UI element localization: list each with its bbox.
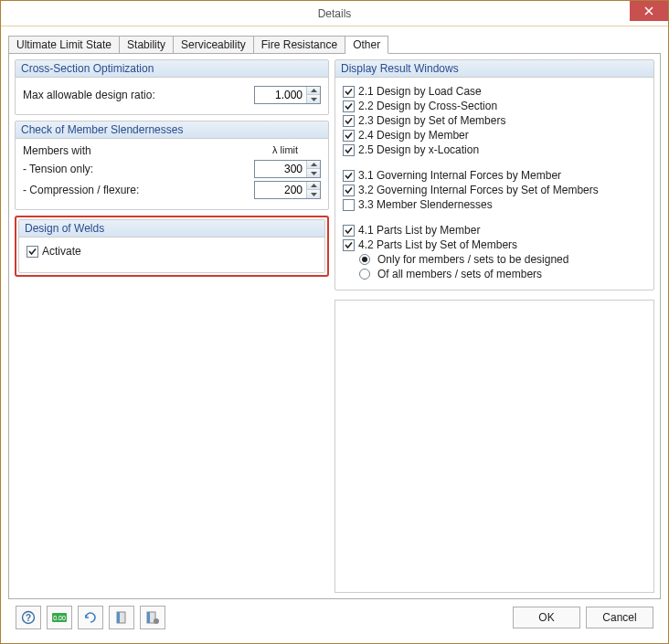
- radio-label: Only for members / sets to be designed: [377, 253, 568, 266]
- spin-up[interactable]: [307, 182, 320, 190]
- result-window-row: 4.1 Parts List by Member: [343, 224, 646, 237]
- result-window-label: 2.2 Design by Cross-Section: [358, 100, 497, 112]
- result-window-checkbox[interactable]: [343, 170, 355, 182]
- svg-text:0.00: 0.00: [53, 615, 66, 621]
- group-design-of-welds: Design of Welds Activate: [18, 219, 325, 273]
- group-cross-section-optimization: Cross-Section Optimization Max allowable…: [15, 59, 329, 115]
- result-window-row: 2.5 Design by x-Location: [343, 143, 646, 156]
- group-title: Check of Member Slendernesses: [16, 121, 328, 139]
- left-column: Cross-Section Optimization Max allowable…: [15, 59, 329, 593]
- result-window-label: 4.2 Parts List by Set of Members: [358, 238, 517, 251]
- max-ratio-spinner[interactable]: [254, 86, 321, 104]
- reset-button[interactable]: [78, 606, 103, 629]
- group-title: Design of Welds: [19, 220, 324, 238]
- result-window-row: 3.1 Governing Internal Forces by Member: [343, 169, 646, 182]
- highlight-design-of-welds: Design of Welds Activate: [15, 216, 329, 277]
- result-window-checkbox[interactable]: [343, 239, 355, 251]
- spin-down[interactable]: [307, 169, 320, 177]
- group-member-slenderness: Check of Member Slendernesses Members wi…: [15, 121, 329, 210]
- svg-rect-5: [117, 612, 120, 623]
- group-title: Display Result Windows: [335, 60, 653, 78]
- members-with-label: Members with: [23, 144, 250, 157]
- close-icon: [644, 6, 653, 16]
- compression-label: - Compression / flexure:: [23, 184, 254, 196]
- book-gear-icon: [145, 610, 160, 625]
- tab-serviceability[interactable]: Serviceability: [174, 36, 254, 54]
- window-title: Details: [318, 7, 352, 20]
- svg-text:?: ?: [26, 613, 31, 623]
- help-button[interactable]: ?: [16, 606, 41, 629]
- result-window-row: 3.3 Member Slendernesses: [343, 198, 646, 211]
- tab-other[interactable]: Other: [345, 36, 388, 54]
- result-window-label: 4.1 Parts List by Member: [358, 224, 480, 237]
- result-window-checkbox[interactable]: [343, 225, 355, 237]
- result-window-row: 2.2 Design by Cross-Section: [343, 100, 646, 112]
- activate-checkbox[interactable]: [27, 246, 38, 258]
- units-button[interactable]: 0.00: [47, 606, 72, 629]
- result-window-label: 2.4 Design by Member: [358, 129, 469, 142]
- radio-button[interactable]: [359, 254, 370, 265]
- svg-rect-7: [147, 612, 150, 623]
- tab-stability[interactable]: Stability: [120, 36, 174, 54]
- result-window-checkbox[interactable]: [343, 130, 355, 142]
- tension-input[interactable]: [255, 161, 306, 177]
- tab-page-other: Cross-Section Optimization Max allowable…: [8, 53, 661, 599]
- spin-up[interactable]: [307, 161, 320, 169]
- units-icon: 0.00: [51, 611, 68, 624]
- spin-up[interactable]: [307, 87, 320, 95]
- result-window-row: 2.3 Design by Set of Members: [343, 114, 646, 127]
- tabstrip: Ultimate Limit State Stability Serviceab…: [8, 34, 661, 54]
- close-button[interactable]: [630, 1, 668, 21]
- result-window-label: 2.3 Design by Set of Members: [358, 114, 505, 127]
- result-window-label: 3.3 Member Slendernesses: [358, 198, 493, 211]
- spin-down[interactable]: [307, 95, 320, 103]
- titlebar: Details: [1, 1, 668, 26]
- result-window-checkbox[interactable]: [343, 100, 355, 112]
- window-frame: Details Ultimate Limit State Stability S…: [0, 0, 669, 644]
- footer: ? 0.00 OK Cancel: [8, 599, 661, 636]
- activate-label: Activate: [42, 245, 81, 258]
- right-column: Display Result Windows 2.1 Design by Loa…: [334, 59, 654, 593]
- result-window-label: 3.1 Governing Internal Forces by Member: [358, 169, 561, 182]
- max-ratio-input[interactable]: [255, 87, 306, 103]
- blank-panel: [334, 300, 654, 593]
- ok-button[interactable]: OK: [513, 607, 580, 628]
- result-window-checkbox[interactable]: [343, 199, 355, 211]
- result-window-checkbox[interactable]: [343, 144, 355, 156]
- result-window-checkbox[interactable]: [343, 86, 355, 98]
- max-ratio-label: Max allowable design ratio:: [23, 89, 254, 101]
- group-title: Cross-Section Optimization: [16, 60, 328, 78]
- result-window-row: 3.2 Governing Internal Forces by Set of …: [343, 184, 646, 196]
- radio-label: Of all members / sets of members: [377, 268, 542, 280]
- lambda-limit-header: λ limit: [250, 144, 321, 157]
- book-icon: [114, 610, 129, 625]
- radio-all-members: Of all members / sets of members: [359, 268, 646, 280]
- client-area: Ultimate Limit State Stability Serviceab…: [1, 26, 668, 643]
- radio-button[interactable]: [359, 269, 370, 280]
- result-window-checkbox[interactable]: [343, 115, 355, 127]
- nat-annex-1-button[interactable]: [109, 606, 134, 629]
- svg-point-8: [154, 618, 159, 624]
- spin-down[interactable]: [307, 190, 320, 198]
- result-window-checkbox[interactable]: [343, 185, 355, 196]
- compression-input[interactable]: [255, 182, 306, 198]
- help-icon: ?: [21, 610, 36, 625]
- result-window-row: 4.2 Parts List by Set of Members: [343, 238, 646, 251]
- tab-fire-resistance[interactable]: Fire Resistance: [254, 36, 345, 54]
- cancel-button[interactable]: Cancel: [586, 607, 653, 628]
- tension-spinner[interactable]: [254, 160, 321, 178]
- reset-icon: [83, 610, 98, 625]
- radio-only-designed: Only for members / sets to be designed: [359, 253, 646, 266]
- result-window-row: 2.1 Design by Load Case: [343, 85, 646, 98]
- tab-ultimate-limit-state[interactable]: Ultimate Limit State: [8, 36, 120, 54]
- tension-label: - Tension only:: [23, 163, 254, 175]
- result-window-row: 2.4 Design by Member: [343, 129, 646, 142]
- result-window-label: 3.2 Governing Internal Forces by Set of …: [358, 184, 599, 196]
- nat-annex-2-button[interactable]: [140, 606, 165, 629]
- compression-spinner[interactable]: [254, 181, 321, 199]
- result-window-label: 2.1 Design by Load Case: [358, 85, 482, 98]
- result-window-label: 2.5 Design by x-Location: [358, 143, 479, 156]
- group-display-result-windows: Display Result Windows 2.1 Design by Loa…: [334, 59, 654, 290]
